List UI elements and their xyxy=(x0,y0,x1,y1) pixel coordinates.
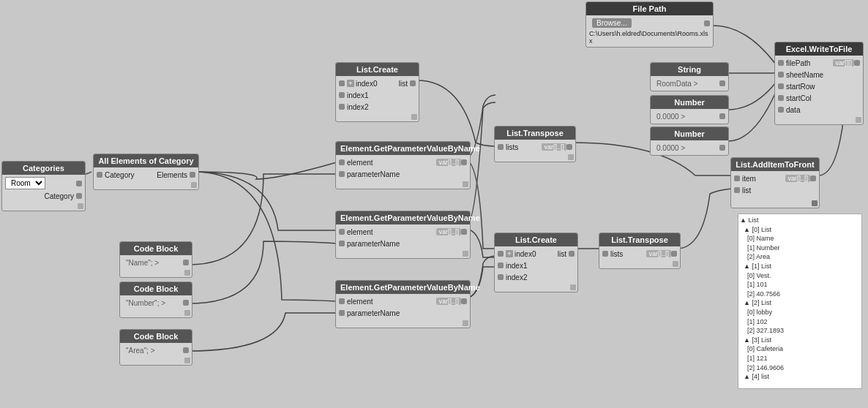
filepath-output xyxy=(704,20,710,26)
list-add-input xyxy=(734,187,740,193)
get-param-3-header: Element.GetParameterValueByName xyxy=(336,281,470,294)
area-value: "Area"; > xyxy=(123,346,183,355)
lists2-input xyxy=(602,251,608,257)
list-add-header: List.AddItemToFront xyxy=(731,158,819,171)
lc2-list-output xyxy=(569,251,575,257)
number-value: "Number"; > xyxy=(123,298,183,308)
code-block-2-header: Code Block xyxy=(120,282,192,295)
category-input-port xyxy=(97,172,102,178)
rooms-dropdown[interactable]: Rooms xyxy=(5,177,45,189)
plus-icon-2[interactable]: + xyxy=(506,250,513,257)
list-transpose-2-header: List.Transpose xyxy=(599,233,680,246)
category-label: Category xyxy=(105,171,146,179)
corner-icon xyxy=(463,320,468,326)
paramname2-label: parameterName xyxy=(347,240,467,248)
excel-write-header: Excel.WriteToFile xyxy=(775,42,863,56)
preview-line: [1] Number xyxy=(740,243,860,253)
preview-line: [0] Vest. xyxy=(740,271,860,281)
corner-icon xyxy=(673,261,678,267)
corner-icon xyxy=(463,181,468,187)
elements-output-port xyxy=(190,172,195,178)
index0-port xyxy=(339,80,345,86)
list-create-2-header: List.Create xyxy=(495,233,577,246)
element2-label: element xyxy=(347,228,435,236)
var-badge-2: var[]..[] xyxy=(436,228,461,235)
startrow-label: startRow xyxy=(786,83,860,91)
sheetname-label: sheetName xyxy=(786,71,860,79)
preview-line: ▲ List xyxy=(740,216,860,225)
all-elements-node: All Elements of Category Category Elemen… xyxy=(93,154,199,190)
element1-output xyxy=(461,159,467,165)
elements-label: Elements xyxy=(146,171,188,179)
category-output-port xyxy=(76,181,82,186)
browse-button[interactable]: Browse... xyxy=(592,18,632,28)
element2-output xyxy=(461,229,467,235)
file-path-header: File Path xyxy=(586,2,713,15)
number1-output xyxy=(719,113,725,119)
var-badge-add: var[]..[] xyxy=(785,175,810,182)
index0-label: index0 xyxy=(356,80,382,88)
list-create-2-node: List.Create + index0 list index1 index2 xyxy=(494,233,578,292)
number2-value: 0.0000 > xyxy=(654,143,719,153)
corner-icon xyxy=(411,114,417,120)
code-block-1-node: Code Block "Name"; > xyxy=(119,241,192,278)
excel-write-node: Excel.WriteToFile filePath var[][] sheet… xyxy=(774,42,864,125)
lists2-output xyxy=(671,251,677,257)
category-port-label: Category xyxy=(5,192,74,200)
preview-line: [2] 146.9606 xyxy=(740,363,860,373)
categories-header: Categories xyxy=(2,162,85,175)
lc2-index2-port xyxy=(498,274,504,280)
preview-line: [0] Name xyxy=(740,234,860,243)
list-create-1-header: List.Create xyxy=(336,63,419,76)
data-label: data xyxy=(786,106,860,114)
plus-icon[interactable]: + xyxy=(347,80,354,87)
corner-icon xyxy=(184,358,190,363)
list-output-port xyxy=(410,80,416,86)
lists1-input xyxy=(498,144,504,150)
lc2-index0-label: index0 xyxy=(515,250,541,258)
excel-output xyxy=(854,60,860,66)
paramname3-input xyxy=(339,310,345,316)
paramname2-input xyxy=(339,241,345,246)
startrow-input xyxy=(778,83,784,89)
index2-label: index2 xyxy=(347,103,416,111)
lc2-index1-port xyxy=(498,262,504,268)
number-1-node: Number 0.0000 > xyxy=(650,95,729,124)
filepath-label: filePath xyxy=(786,59,831,67)
preview-line: [1] 121 xyxy=(740,354,860,363)
file-path-node: File Path Browse... C:\Users\h.eldred\Do… xyxy=(585,1,714,48)
string-header: String xyxy=(651,63,728,76)
code-block-3-header: Code Block xyxy=(120,330,192,343)
element3-input xyxy=(339,298,345,304)
corner-icon xyxy=(184,310,190,316)
preview-line: [2] 40.7566 xyxy=(740,290,860,299)
name-value: "Name"; > xyxy=(123,258,183,268)
lc2-index1-label: index1 xyxy=(506,262,575,270)
list-transpose-2-node: List.Transpose lists var[]..[] xyxy=(599,233,681,269)
category-port xyxy=(76,193,82,199)
lists2-label: lists xyxy=(610,250,645,258)
corner-icon xyxy=(568,154,574,160)
name-output-port xyxy=(183,260,189,265)
file-path-value: C:\Users\h.eldred\Documents\Rooms.xlsx xyxy=(586,29,713,45)
corner-icon xyxy=(570,284,576,290)
categories-node: Categories Rooms Category xyxy=(1,161,86,211)
preview-line: [0] lobby xyxy=(740,308,860,317)
list-label: list xyxy=(382,80,408,88)
var-badge-3: var[]..[] xyxy=(436,298,461,305)
paramname1-input xyxy=(339,171,345,177)
preview-line: ▲ [3] List xyxy=(740,336,860,345)
lists1-label: lists xyxy=(506,143,540,151)
number-1-header: Number xyxy=(651,96,728,109)
var-badge-excel: var[][] xyxy=(833,59,854,67)
corner-icon xyxy=(856,117,861,123)
get-param-2-header: Element.GetParameterValueByName xyxy=(336,211,470,224)
get-param-1-header: Element.GetParameterValueByName xyxy=(336,142,470,155)
paramname3-label: parameterName xyxy=(347,309,467,317)
data-input xyxy=(778,107,784,113)
filepath-input xyxy=(778,60,784,66)
number-2-node: Number 0.0000 > xyxy=(650,126,729,156)
sheetname-input xyxy=(778,72,784,78)
get-param-2-node: Element.GetParameterValueByName element … xyxy=(335,211,471,259)
element3-label: element xyxy=(347,298,435,306)
